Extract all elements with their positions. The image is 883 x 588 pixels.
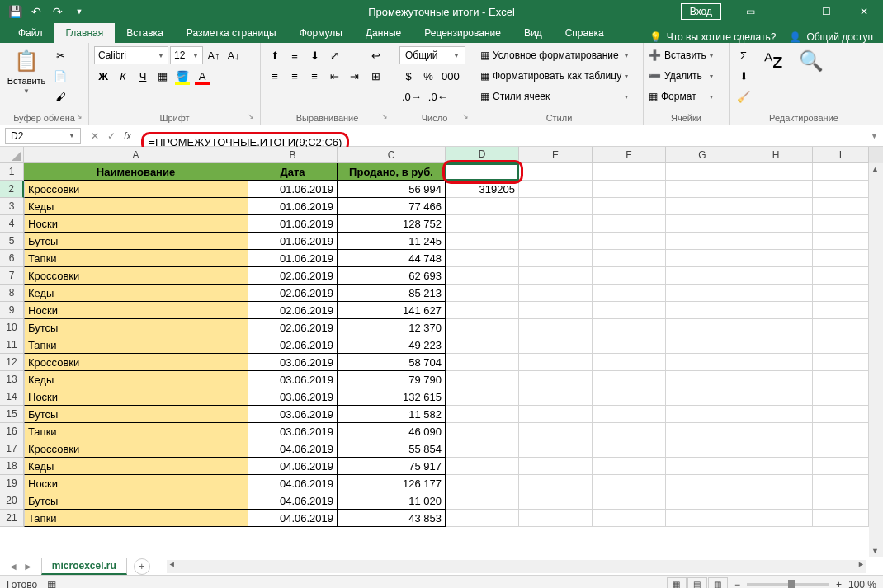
- tab-formulas[interactable]: Формулы: [288, 23, 354, 43]
- cell[interactable]: [739, 354, 813, 371]
- cell[interactable]: [739, 475, 813, 492]
- cell[interactable]: [593, 250, 666, 267]
- share-button[interactable]: 👤 Общий доступ: [789, 31, 873, 43]
- cell[interactable]: [666, 354, 739, 371]
- row-header[interactable]: 12: [0, 354, 24, 371]
- cell[interactable]: [519, 510, 593, 527]
- decrease-decimal-icon[interactable]: .0←: [426, 87, 451, 106]
- cell[interactable]: [519, 406, 593, 423]
- cell[interactable]: 11 245: [338, 233, 446, 250]
- cell[interactable]: 03.06.2019: [248, 354, 338, 371]
- tab-view[interactable]: Вид: [512, 23, 554, 43]
- cell[interactable]: [666, 250, 739, 267]
- row-header[interactable]: 4: [0, 215, 24, 233]
- cell[interactable]: 62 693: [338, 267, 446, 285]
- expand-formula-bar-icon[interactable]: ▼: [866, 132, 883, 140]
- row-header[interactable]: 13: [0, 371, 24, 388]
- row-header[interactable]: 21: [0, 510, 24, 527]
- cell[interactable]: [813, 440, 869, 458]
- cell[interactable]: [813, 371, 869, 388]
- cell[interactable]: [593, 319, 666, 336]
- page-break-view-icon[interactable]: ▥: [708, 577, 728, 589]
- cell[interactable]: [593, 215, 666, 233]
- col-header-c[interactable]: C: [338, 147, 446, 163]
- row-header[interactable]: 17: [0, 440, 24, 458]
- cell[interactable]: 03.06.2019: [248, 406, 338, 423]
- cell[interactable]: [446, 215, 519, 233]
- row-header[interactable]: 9: [0, 302, 24, 319]
- cell[interactable]: [739, 319, 813, 336]
- cell[interactable]: [446, 406, 519, 423]
- autosum-icon[interactable]: Σ: [734, 46, 753, 64]
- cell[interactable]: 02.06.2019: [248, 336, 338, 354]
- row-header[interactable]: 6: [0, 250, 24, 267]
- align-left-icon[interactable]: ≡: [266, 67, 284, 85]
- format-cells-button[interactable]: ▦Формат ▾: [649, 87, 713, 106]
- cell[interactable]: [446, 458, 519, 475]
- cell[interactable]: [813, 163, 869, 181]
- cell[interactable]: [519, 423, 593, 440]
- cell[interactable]: 58 704: [338, 354, 446, 371]
- cell[interactable]: [519, 285, 593, 302]
- cell[interactable]: [519, 198, 593, 215]
- cell[interactable]: [739, 181, 813, 198]
- enter-formula-icon[interactable]: ✓: [107, 130, 116, 142]
- cell[interactable]: Бутсы: [24, 406, 248, 423]
- col-header-g[interactable]: G: [666, 147, 739, 163]
- font-size-combo[interactable]: 12▼: [170, 46, 203, 64]
- zoom-out-icon[interactable]: −: [734, 579, 740, 589]
- cell[interactable]: [666, 492, 739, 510]
- tab-review[interactable]: Рецензирование: [413, 23, 512, 43]
- copy-icon[interactable]: 📄: [51, 67, 69, 85]
- cell[interactable]: [593, 492, 666, 510]
- cell[interactable]: [519, 492, 593, 510]
- cell[interactable]: [813, 198, 869, 215]
- cell[interactable]: [593, 388, 666, 406]
- cell[interactable]: Носки: [24, 388, 248, 406]
- cell[interactable]: 75 917: [338, 458, 446, 475]
- select-all-corner[interactable]: [0, 147, 24, 163]
- cell[interactable]: 319205: [446, 181, 519, 198]
- cell[interactable]: [813, 302, 869, 319]
- cell[interactable]: 01.06.2019: [248, 250, 338, 267]
- cell[interactable]: [739, 233, 813, 250]
- cell[interactable]: 85 213: [338, 285, 446, 302]
- cell[interactable]: [666, 267, 739, 285]
- row-header[interactable]: 18: [0, 458, 24, 475]
- redo-icon[interactable]: ↷: [48, 2, 68, 21]
- cell[interactable]: [666, 371, 739, 388]
- format-as-table-button[interactable]: ▦Форматировать как таблицу ▾: [480, 67, 628, 85]
- tab-home[interactable]: Главная: [54, 23, 116, 43]
- cell[interactable]: [813, 354, 869, 371]
- cell[interactable]: [739, 388, 813, 406]
- cell[interactable]: [446, 233, 519, 250]
- sheet-nav-next-icon[interactable]: ►: [23, 561, 33, 572]
- cell[interactable]: Кроссовки: [24, 354, 248, 371]
- cell[interactable]: [813, 510, 869, 527]
- cell[interactable]: Кроссовки: [24, 440, 248, 458]
- cell[interactable]: [519, 267, 593, 285]
- cell[interactable]: Носки: [24, 475, 248, 492]
- row-header[interactable]: 8: [0, 285, 24, 302]
- cell[interactable]: [446, 371, 519, 388]
- cell[interactable]: [813, 475, 869, 492]
- cell[interactable]: [666, 198, 739, 215]
- close-icon[interactable]: ✕: [845, 0, 883, 23]
- cell[interactable]: 79 790: [338, 371, 446, 388]
- bold-button[interactable]: Ж: [94, 67, 112, 85]
- border-icon[interactable]: ▦: [153, 67, 172, 85]
- conditional-formatting-button[interactable]: ▦Условное форматирование ▾: [480, 46, 628, 64]
- cell[interactable]: [739, 336, 813, 354]
- cell[interactable]: Бутсы: [24, 492, 248, 510]
- cell[interactable]: [666, 181, 739, 198]
- cell[interactable]: [519, 250, 593, 267]
- cell[interactable]: [519, 215, 593, 233]
- clear-icon[interactable]: 🧹: [734, 87, 753, 106]
- cell[interactable]: [593, 371, 666, 388]
- cell[interactable]: Дата: [248, 163, 338, 181]
- cell[interactable]: 04.06.2019: [248, 475, 338, 492]
- row-header[interactable]: 15: [0, 406, 24, 423]
- cell[interactable]: 49 223: [338, 336, 446, 354]
- cell[interactable]: [593, 181, 666, 198]
- cell[interactable]: [446, 440, 519, 458]
